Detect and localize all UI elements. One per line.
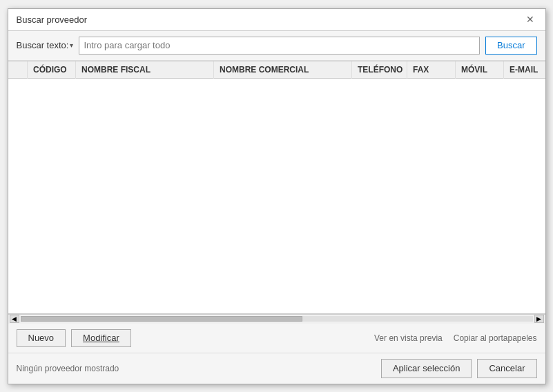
col-header-fax: FAX [407,61,456,79]
search-bar: Buscar texto: ▾ Buscar [8,31,545,61]
results-table-container: CÓDIGO NOMBRE FISCAL NOMBRE COMERCIAL TE… [8,61,545,314]
vista-previa-button[interactable]: Ver en vista previa [374,333,443,343]
search-label: Buscar texto: [17,40,69,50]
nuevo-button[interactable]: Nuevo [17,329,66,347]
bottom-buttons: Aplicar selección Cancelar [381,359,537,378]
close-button[interactable]: ✕ [523,12,537,26]
dialog-title: Buscar proveedor [17,14,88,25]
col-header-nombre-fiscal: NOMBRE FISCAL [76,61,214,79]
col-header-email: E-MAIL [504,61,545,79]
aplicar-seleccion-button[interactable]: Aplicar selección [381,359,472,378]
col-header-movil: MÓVIL [456,61,504,79]
scroll-left-button[interactable]: ◀ [10,315,19,323]
search-label-group: Buscar texto: ▾ [17,40,74,50]
modificar-button[interactable]: Modificar [71,329,131,347]
action-bar: Nuevo Modificar Ver en vista previa Copi… [8,324,545,353]
horizontal-scrollbar[interactable]: ◀ ▶ [8,314,545,324]
scroll-right-button[interactable]: ▶ [534,315,544,323]
scroll-track[interactable] [21,316,533,322]
col-header-nombre-comercial: NOMBRE COMERCIAL [214,61,352,79]
results-table: CÓDIGO NOMBRE FISCAL NOMBRE COMERCIAL TE… [8,61,545,79]
dropdown-arrow-icon[interactable]: ▾ [70,41,73,49]
status-bar: Ningún proveedor mostrado Aplicar selecc… [8,353,545,384]
table-header-row: CÓDIGO NOMBRE FISCAL NOMBRE COMERCIAL TE… [8,61,545,79]
title-bar: Buscar proveedor ✕ [8,9,545,31]
scroll-thumb[interactable] [21,316,302,322]
status-text: Ningún proveedor mostrado [17,364,119,373]
search-input[interactable] [79,37,480,55]
action-left-group: Nuevo Modificar [17,329,131,347]
cancelar-button[interactable]: Cancelar [477,359,536,378]
col-header-codigo: CÓDIGO [28,61,76,79]
col-header-checkbox [8,61,28,79]
buscar-proveedor-dialog: Buscar proveedor ✕ Buscar texto: ▾ Busca… [8,8,546,384]
copiar-button[interactable]: Copiar al portapapeles [454,333,537,343]
buscar-button[interactable]: Buscar [485,37,536,55]
col-header-telefono: TELÉFONO [352,61,407,79]
action-right-group: Ver en vista previa Copiar al portapapel… [374,333,536,343]
